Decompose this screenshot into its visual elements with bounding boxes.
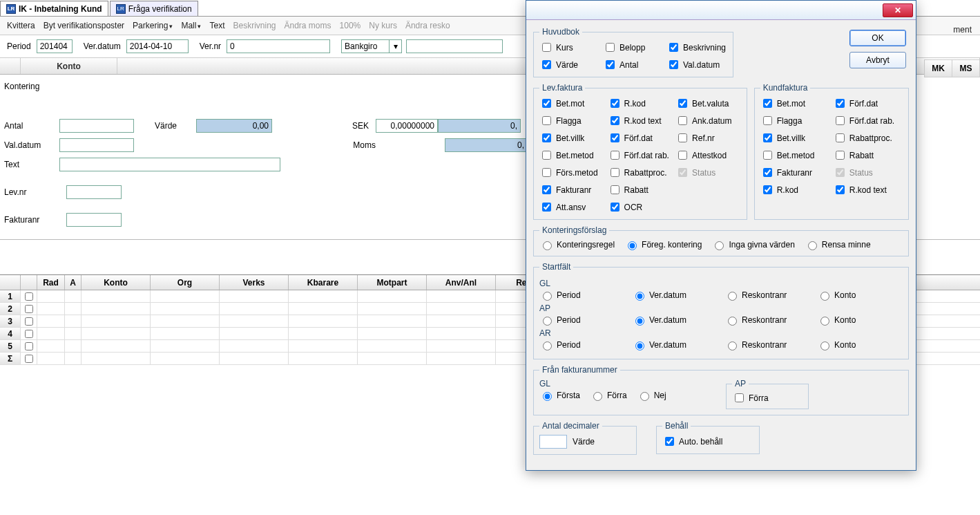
text-input[interactable] bbox=[59, 158, 280, 171]
checkbox-f-rf-dat[interactable]: Förf.dat bbox=[833, 97, 903, 110]
radio-gl-reskontranr[interactable]: Reskontranr bbox=[724, 290, 807, 301]
checkbox-beskrivning[interactable]: Beskrivning bbox=[666, 41, 727, 54]
cell[interactable] bbox=[358, 353, 427, 364]
checkbox-input[interactable] bbox=[763, 185, 772, 194]
cell[interactable] bbox=[220, 290, 289, 302]
checkbox-f-rs-metod[interactable]: Förs.metod bbox=[539, 166, 605, 179]
radio-input[interactable] bbox=[543, 241, 552, 250]
close-button[interactable]: ✕ bbox=[883, 3, 913, 17]
checkbox-rabatt[interactable]: Rabatt bbox=[833, 149, 903, 162]
radio-input[interactable] bbox=[543, 341, 552, 350]
cell[interactable] bbox=[427, 315, 496, 327]
checkbox-fakturanr[interactable]: Fakturanr bbox=[760, 166, 830, 179]
row-check-cell[interactable] bbox=[21, 328, 37, 339]
cell[interactable] bbox=[220, 340, 289, 352]
cell[interactable] bbox=[289, 303, 358, 315]
cell[interactable] bbox=[151, 303, 220, 315]
col-verks[interactable]: Verks bbox=[220, 275, 289, 290]
cell[interactable] bbox=[151, 340, 220, 352]
cell[interactable] bbox=[358, 328, 427, 339]
col-anvanl[interactable]: Anv/Anl bbox=[427, 275, 496, 290]
checkbox-f-rf-dat-rab-[interactable]: Förf.dat rab. bbox=[608, 149, 673, 162]
dialog-titlebar[interactable]: ✕ bbox=[526, 1, 916, 20]
checkbox-flagga[interactable]: Flagga bbox=[539, 114, 605, 127]
cell[interactable] bbox=[65, 328, 81, 339]
row-check-cell[interactable] bbox=[21, 340, 37, 352]
cell[interactable] bbox=[65, 315, 81, 327]
radio-input[interactable] bbox=[543, 392, 552, 401]
radio-input[interactable] bbox=[728, 341, 737, 350]
checkbox-input[interactable] bbox=[763, 168, 772, 177]
checkbox-r-kod-text[interactable]: R.kod text bbox=[608, 114, 673, 127]
fakturanr-input[interactable] bbox=[66, 213, 122, 227]
radio-ffn-nej[interactable]: Nej bbox=[637, 390, 666, 401]
sek-input[interactable] bbox=[376, 119, 438, 133]
cell[interactable] bbox=[358, 303, 427, 315]
checkbox-input[interactable] bbox=[763, 151, 772, 160]
radio-input[interactable] bbox=[715, 241, 724, 250]
cell[interactable] bbox=[81, 315, 151, 327]
radio-input[interactable] bbox=[593, 392, 602, 401]
cell[interactable] bbox=[427, 353, 496, 364]
cell[interactable] bbox=[151, 353, 220, 364]
row-checkbox[interactable] bbox=[25, 355, 33, 363]
checkbox-input[interactable] bbox=[763, 116, 772, 125]
radio-ap-konto[interactable]: Konto bbox=[817, 315, 900, 326]
cell[interactable] bbox=[37, 303, 65, 315]
autobehall-checkbox[interactable]: Auto. behåll bbox=[662, 435, 753, 448]
checkbox-input[interactable] bbox=[542, 168, 551, 177]
col-mk[interactable]: MK bbox=[925, 60, 952, 77]
checkbox-input[interactable] bbox=[763, 99, 772, 108]
checkbox-input[interactable] bbox=[611, 203, 619, 212]
col-kbarare[interactable]: Kbarare bbox=[289, 275, 358, 290]
checkbox-input[interactable] bbox=[606, 60, 615, 69]
radio-input[interactable] bbox=[543, 292, 552, 301]
checkbox-input[interactable] bbox=[611, 133, 619, 142]
checkbox-r-kod[interactable]: R.kod bbox=[608, 97, 673, 110]
radio-gl-konto[interactable]: Konto bbox=[817, 290, 900, 301]
checkbox-input[interactable] bbox=[542, 185, 551, 194]
checkbox-bet-valuta[interactable]: Bet.valuta bbox=[675, 97, 741, 110]
ap-forr-checkbox[interactable]: Förra bbox=[732, 391, 803, 404]
tb-parkering[interactable]: Parkering bbox=[133, 21, 173, 30]
checkbox-att-ansv[interactable]: Att.ansv bbox=[539, 200, 605, 214]
radio-input[interactable] bbox=[728, 317, 737, 326]
checkbox-input[interactable] bbox=[836, 99, 845, 108]
radio-input[interactable] bbox=[635, 341, 644, 350]
row-checkbox[interactable] bbox=[25, 342, 33, 350]
cell[interactable] bbox=[151, 328, 220, 339]
row-check-cell[interactable] bbox=[21, 353, 37, 364]
checkbox-input[interactable] bbox=[678, 99, 687, 108]
checkbox-v-rde[interactable]: Värde bbox=[539, 58, 600, 71]
verdatum-input[interactable] bbox=[126, 39, 189, 53]
checkbox-antal[interactable]: Antal bbox=[603, 58, 664, 71]
radio-input[interactable] bbox=[808, 241, 817, 250]
cell[interactable] bbox=[81, 353, 151, 364]
cell[interactable] bbox=[151, 315, 220, 327]
paytype-select[interactable] bbox=[341, 39, 390, 53]
ap-forr-input[interactable] bbox=[735, 393, 744, 402]
checkbox-input[interactable] bbox=[836, 116, 845, 125]
checkbox-input[interactable] bbox=[542, 133, 551, 142]
cell[interactable] bbox=[358, 315, 427, 327]
row-checkbox[interactable] bbox=[25, 305, 33, 313]
checkbox-input[interactable] bbox=[542, 116, 551, 125]
tab-fraga[interactable]: LR Fråga verifikation bbox=[110, 1, 198, 16]
cell[interactable] bbox=[37, 290, 65, 302]
checkbox-input[interactable] bbox=[606, 43, 615, 52]
checkbox-kurs[interactable]: Kurs bbox=[539, 41, 600, 54]
levnr-input[interactable] bbox=[66, 185, 122, 199]
cell[interactable] bbox=[220, 353, 289, 364]
cell[interactable] bbox=[65, 303, 81, 315]
cell[interactable] bbox=[289, 353, 358, 364]
checkbox-r-kod[interactable]: R.kod bbox=[760, 183, 830, 196]
checkbox-input[interactable] bbox=[678, 151, 687, 160]
checkbox-f-rf-dat-rab-[interactable]: Förf.dat rab. bbox=[833, 114, 903, 127]
radio-input[interactable] bbox=[635, 292, 644, 301]
checkbox-input[interactable] bbox=[611, 168, 619, 177]
checkbox-bet-villk[interactable]: Bet.villk bbox=[760, 131, 830, 144]
checkbox-rabattproc-[interactable]: Rabattproc. bbox=[608, 166, 673, 179]
row-check-cell[interactable] bbox=[21, 303, 37, 315]
moms-input[interactable] bbox=[445, 138, 528, 152]
radio-ar-ver-datum[interactable]: Ver.datum bbox=[632, 339, 715, 350]
